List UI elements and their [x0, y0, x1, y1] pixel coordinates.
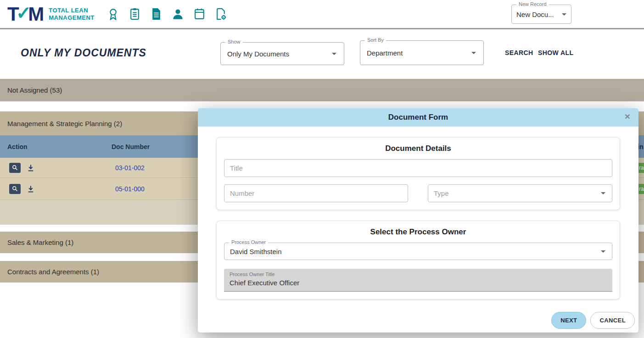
brand-text: TOTAL LEAN MANAGEMENT [49, 7, 95, 21]
chevron-down-icon [601, 192, 605, 194]
close-icon[interactable]: × [625, 111, 630, 121]
sort-by-select[interactable]: Sort By Department [360, 40, 484, 65]
process-owner-label: Process Owner [229, 239, 268, 245]
next-button[interactable]: NEXT [551, 312, 586, 329]
new-record-value: New Docu... [516, 11, 554, 18]
chevron-down-icon [562, 13, 566, 16]
award-icon[interactable] [106, 7, 120, 22]
brand-line1: TOTAL LEAN [49, 7, 95, 14]
process-owner-title-field: Process Owner Title Chief Executive Offi… [224, 269, 612, 292]
sort-by-select-label: Sort By [365, 37, 386, 43]
process-owner-select[interactable]: Process Owner David Smithstein [224, 243, 612, 260]
process-owner-value: David Smithstein [230, 248, 282, 255]
view-document-icon[interactable] [9, 163, 21, 173]
topbar: T ✓ M TOTAL LEAN MANAGEMENT [0, 0, 644, 29]
document-gear-icon[interactable] [214, 7, 228, 22]
type-select[interactable]: Type [428, 184, 612, 202]
section-title: Management & Strategic Planning (2) [7, 120, 122, 127]
filters-bar: ONLY MY DOCUMENTS Show Only My Documents… [0, 29, 644, 79]
cancel-button[interactable]: CANCEL [590, 312, 635, 329]
modal-header: Document Form × [198, 108, 638, 127]
chevron-down-icon [332, 53, 336, 55]
page-title: ONLY MY DOCUMENTS [21, 47, 146, 59]
document-details-card: Document Details Type [216, 137, 620, 210]
download-icon[interactable] [27, 185, 35, 193]
chevron-down-icon [471, 52, 476, 54]
modal-title: Document Form [388, 113, 448, 122]
new-record-dropdown[interactable]: New Record New Docu... [511, 5, 571, 24]
doc-number-link[interactable]: 03-01-002 [115, 164, 145, 172]
process-owner-title-value: Chief Executive Officer [230, 279, 607, 287]
show-select[interactable]: Show Only My Documents [220, 42, 344, 65]
section-not-assigned[interactable]: Not Assigned (53) [0, 79, 644, 101]
document-icon[interactable] [150, 7, 163, 22]
brand-line2: MANAGEMENT [49, 14, 95, 22]
new-record-label: New Record [516, 1, 549, 7]
show-select-value: Only My Documents [227, 50, 289, 58]
document-form-modal: Document Form × Document Details Type Se… [198, 108, 638, 332]
download-icon[interactable] [27, 164, 35, 172]
type-select-placeholder: Type [434, 189, 449, 197]
section-title: Sales & Marketing (1) [7, 238, 73, 246]
modal-actions: NEXT CANCEL [551, 312, 635, 329]
person-icon[interactable] [171, 7, 185, 22]
topbar-nav [106, 7, 228, 22]
chevron-down-icon [601, 250, 605, 253]
card-title: Select the Process Owner [217, 227, 620, 237]
process-owner-card: Select the Process Owner Process Owner D… [216, 221, 620, 299]
section-title: Not Assigned (53) [7, 86, 62, 94]
sort-by-select-value: Department [367, 49, 403, 57]
section-title: Contracts and Agreements (1) [7, 268, 99, 276]
show-all-button[interactable]: SHOW ALL [538, 49, 573, 56]
clipboard-list-icon[interactable] [128, 7, 142, 22]
tlm-logo[interactable]: T ✓ M TOTAL LEAN MANAGEMENT [7, 4, 95, 25]
calendar-icon[interactable] [193, 7, 207, 22]
number-input[interactable] [224, 184, 408, 202]
view-document-icon[interactable] [9, 184, 21, 194]
card-title: Document Details [217, 144, 620, 153]
process-owner-title-label: Process Owner Title [230, 272, 607, 277]
column-header-doc-number: Doc Number [112, 143, 150, 150]
doc-number-link[interactable]: 05-01-000 [115, 185, 145, 193]
title-input[interactable] [224, 159, 612, 177]
app-screen: T ✓ M TOTAL LEAN MANAGEMENT [0, 0, 644, 338]
logo-check-icon: ✓ [16, 2, 32, 23]
column-header-action: Action [7, 143, 28, 150]
search-button[interactable]: SEARCH [505, 49, 533, 56]
show-select-label: Show [225, 39, 243, 44]
